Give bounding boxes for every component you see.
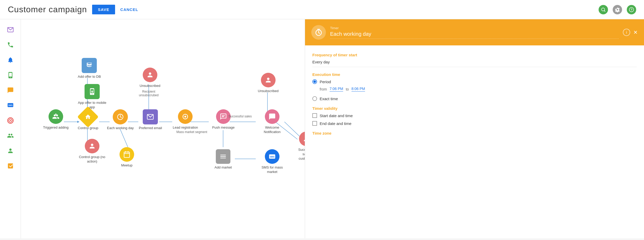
frequency-label: Frequency of timer start (312, 53, 637, 57)
end-date-checkbox[interactable] (312, 121, 317, 126)
node-add-offer-db[interactable]: Add offer to DB (78, 58, 101, 79)
period-radio[interactable] (312, 79, 317, 84)
svg-point-31 (184, 116, 186, 118)
svg-point-26 (55, 113, 57, 115)
node-control-group-no-action[interactable]: Control group (no action) (78, 139, 106, 164)
search-icon[interactable] (599, 5, 608, 14)
header-actions: ? (599, 5, 636, 14)
node-label-unsubscribed-right: Unsubscribed (258, 89, 279, 93)
node-preferred-email[interactable]: Preferred email (139, 109, 162, 130)
frequency-value: Every day (312, 60, 637, 67)
node-welcome-notification[interactable]: Welcome Notification (258, 109, 287, 134)
sidebar-item-goal[interactable] (4, 159, 17, 172)
settings-icon[interactable] (613, 5, 622, 14)
node-label-welcome-notification: Welcome Notification (258, 125, 287, 134)
node-label-push-message: Push message (212, 125, 235, 130)
node-label-unsubscribed-top: Unsubscribed (140, 84, 160, 88)
svg-point-9 (10, 120, 11, 121)
panel-header-type: Timer (330, 26, 619, 30)
sidebar-item-user[interactable] (4, 144, 17, 157)
node-each-working-day[interactable]: Each working day (107, 109, 134, 130)
node-label-meetup: Meetup (121, 163, 132, 168)
exact-time-radio[interactable] (312, 96, 317, 101)
from-value[interactable]: 7:06 PM (330, 87, 343, 92)
to-value[interactable]: 8:06 PM (351, 87, 365, 92)
time-range-row: from 7:06 PM to 8:06 PM (320, 87, 637, 92)
label-mass-market: Mass market segment (176, 130, 207, 134)
right-panel: Timer Each working day i ✕ Frequency of … (305, 19, 644, 238)
exact-time-label: Exact time (320, 97, 338, 101)
panel-close-button[interactable]: ✕ (633, 29, 638, 35)
node-label-successful-sales-customers: Successful sales customers (298, 148, 305, 161)
panel-info-button[interactable]: i (623, 29, 630, 36)
panel-header-content: Timer Each working day (330, 26, 619, 39)
node-add-market[interactable]: Add market (214, 149, 232, 170)
node-meetup[interactable]: Meetup (120, 147, 134, 168)
node-triggered-adding[interactable]: Triggered adding (43, 109, 69, 130)
end-date-row[interactable]: End date and time (312, 121, 637, 126)
label-recipient-unsubscribed: Recipient unsubscrubed (136, 90, 162, 97)
sidebar-item-chat[interactable] (4, 84, 17, 97)
from-label: from (320, 87, 327, 91)
node-unsubscribed-top[interactable]: Unsubscribed (140, 68, 160, 88)
period-radio-row[interactable]: Period (312, 79, 637, 84)
node-label-each-working-day: Each working day (107, 126, 134, 130)
validity-group: Start date and time End date and time (312, 113, 637, 126)
canvas: Triggered adding Control group Add offer… (21, 19, 305, 238)
start-date-label: Start date and time (320, 113, 353, 118)
execution-label: Execution time (312, 72, 637, 77)
to-label: to (346, 87, 349, 91)
svg-line-21 (120, 129, 128, 147)
start-date-checkbox[interactable] (312, 113, 317, 118)
page-title: Customer campaign (8, 5, 87, 14)
svg-rect-38 (124, 152, 130, 158)
sidebar-item-phone[interactable] (4, 38, 17, 51)
start-date-row[interactable]: Start date and time (312, 113, 637, 118)
node-label-triggered-adding: Triggered adding (43, 125, 69, 130)
node-push-message[interactable]: Push message (212, 109, 235, 130)
node-successful-sales-customers[interactable]: Successful sales customers (298, 131, 305, 161)
label-successful-sales: Successful sales (227, 115, 253, 118)
period-label: Period (320, 80, 331, 84)
node-unsubscribed-right[interactable]: Unsubscribed (258, 73, 279, 93)
sidebar-item-sms[interactable]: SMS (4, 99, 17, 112)
panel-header-name: Each working day (330, 31, 619, 39)
svg-line-1 (604, 10, 605, 11)
node-label-lead-registration: Lead registration (173, 125, 198, 130)
node-label-add-offer-db: Add offer to DB (78, 75, 101, 79)
sidebar-item-target[interactable] (4, 114, 17, 127)
svg-point-0 (601, 8, 605, 11)
header: Customer campaign SAVE CANCEL ? (0, 0, 644, 19)
svg-text:SMS: SMS (270, 156, 275, 158)
node-sms-mass-market[interactable]: SMS SMS for mass market (258, 149, 287, 174)
sidebar-item-notification[interactable] (4, 53, 17, 67)
main-layout: SMS (0, 19, 644, 238)
validity-label: Timer validity (312, 106, 637, 111)
save-button[interactable]: SAVE (92, 5, 115, 14)
node-label-add-market: Add market (214, 165, 232, 170)
panel-content: Frequency of timer start Every day Execu… (305, 45, 644, 238)
cancel-button[interactable]: CANCEL (120, 7, 138, 12)
sidebar: SMS (0, 19, 21, 238)
sidebar-item-mobile[interactable] (4, 69, 17, 82)
node-label-control-group-no-action: Control group (no action) (78, 155, 106, 164)
node-control-group[interactable]: Control group (78, 109, 98, 130)
node-lead-registration[interactable]: Lead registration (173, 109, 198, 130)
node-label-app-offer-mobile: App offer to mobile app (78, 101, 106, 110)
sidebar-item-email[interactable] (4, 23, 17, 36)
node-label-preferred-email: Preferred email (139, 126, 162, 130)
node-label-sms-mass-market: SMS for mass market (258, 165, 287, 174)
node-app-offer-mobile[interactable]: App offer to mobile app (78, 84, 106, 110)
svg-text:SMS: SMS (8, 104, 12, 106)
help-icon[interactable]: ? (627, 5, 636, 14)
timezone-label: Time zone (312, 131, 637, 135)
svg-text:?: ? (630, 8, 632, 11)
sidebar-item-user-group[interactable] (4, 129, 17, 142)
panel-header: Timer Each working day i ✕ (305, 19, 644, 45)
panel-header-actions: i ✕ (623, 29, 638, 36)
exact-time-radio-row[interactable]: Exact time (312, 96, 637, 101)
panel-timer-icon (311, 25, 326, 40)
execution-time-group: Period from 7:06 PM to 8:06 PM Exact tim… (312, 79, 637, 101)
end-date-label: End date and time (320, 121, 351, 126)
